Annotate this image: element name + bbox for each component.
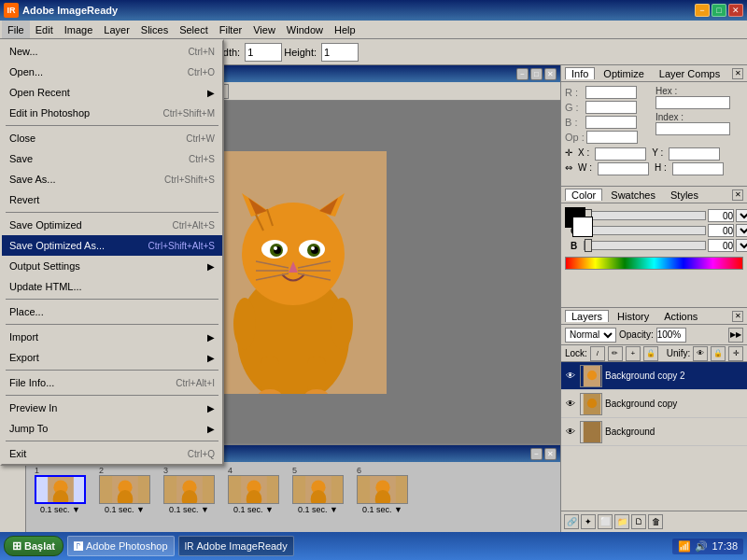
frame-3-time[interactable]: 0.1 sec. ▼ bbox=[169, 505, 209, 514]
menu-export[interactable]: Export ▶ bbox=[2, 347, 222, 368]
b-slider[interactable] bbox=[584, 241, 706, 250]
menu-revert[interactable]: Revert bbox=[2, 189, 222, 210]
frame-5-time[interactable]: 0.1 sec. ▼ bbox=[298, 505, 338, 514]
g-slider[interactable] bbox=[584, 226, 706, 235]
color-spectrum[interactable] bbox=[565, 257, 743, 270]
menu-slices[interactable]: Slices bbox=[135, 21, 174, 38]
close-button[interactable]: ✕ bbox=[728, 4, 743, 17]
start-button[interactable]: ⊞ Başlat bbox=[4, 536, 63, 556]
anim-frame-4[interactable]: 4 0.1 sec. ▼ bbox=[223, 466, 284, 514]
b-dropdown[interactable]: ▼ bbox=[736, 239, 747, 252]
menu-edit-photoshop[interactable]: Edit in Photoshop Ctrl+Shift+M bbox=[2, 103, 222, 123]
tab-color[interactable]: Color bbox=[565, 189, 602, 201]
new-layer-btn[interactable]: 🗋 bbox=[631, 514, 646, 529]
info-panel-close[interactable]: ✕ bbox=[732, 68, 743, 79]
menu-edit[interactable]: Edit bbox=[30, 21, 59, 38]
menu-preview-in[interactable]: Preview In ▶ bbox=[2, 398, 222, 418]
anim-frame-2[interactable]: 2 0.1 sec. ▼ bbox=[94, 466, 155, 514]
layer-bg-copy[interactable]: 👁 Background copy bbox=[561, 390, 747, 418]
frame-1-time[interactable]: 0.1 sec. ▼ bbox=[40, 505, 80, 514]
add-mask-btn[interactable]: ⬜ bbox=[598, 514, 613, 529]
lock-position-btn[interactable]: + bbox=[626, 346, 641, 361]
maximize-button[interactable]: □ bbox=[712, 4, 726, 17]
tab-actions[interactable]: Actions bbox=[657, 310, 704, 323]
menu-select[interactable]: Select bbox=[174, 21, 214, 38]
layer-eye-bg-copy2[interactable]: 👁 bbox=[564, 370, 577, 383]
tab-styles[interactable]: Styles bbox=[664, 189, 705, 202]
menu-file-info[interactable]: File Info... Ctrl+Alt+I bbox=[2, 372, 222, 393]
link-layers-btn[interactable]: 🔗 bbox=[564, 514, 579, 529]
anim-frame-1[interactable]: 1 0.1 sec. ▼ bbox=[30, 466, 91, 514]
menu-update-html[interactable]: Update HTML... bbox=[2, 276, 222, 297]
anim-close-btn[interactable]: ✕ bbox=[544, 448, 557, 460]
r-slider[interactable] bbox=[584, 211, 706, 220]
menu-open[interactable]: Open... Ctrl+O bbox=[2, 62, 222, 82]
menu-file[interactable]: File bbox=[2, 21, 30, 38]
tab-layers[interactable]: Layers bbox=[565, 310, 609, 322]
menu-jump-to[interactable]: Jump To ▶ bbox=[2, 418, 222, 439]
anim-min-btn[interactable]: − bbox=[530, 448, 543, 460]
lock-transparent-btn[interactable]: / bbox=[590, 346, 605, 361]
layer-bg[interactable]: 👁 Background bbox=[561, 418, 747, 446]
anim-frame-3[interactable]: 3 0.1 sec. ▼ bbox=[159, 466, 219, 514]
lock-all-btn[interactable]: 🔒 bbox=[643, 346, 658, 361]
anim-frame-5[interactable]: 5 0.1 sec. ▼ bbox=[288, 466, 348, 514]
bg-swatch[interactable] bbox=[572, 217, 593, 237]
layer-eye-bg[interactable]: 👁 bbox=[564, 426, 577, 439]
b-input[interactable] bbox=[708, 239, 734, 252]
anim-frame-6[interactable]: 6 0.1 sec. ▼ bbox=[352, 466, 413, 514]
menu-save[interactable]: Save Ctrl+S bbox=[2, 148, 222, 169]
menu-open-recent[interactable]: Open Recent ▶ bbox=[2, 82, 222, 103]
menu-place[interactable]: Place... bbox=[2, 301, 222, 322]
menu-new[interactable]: New... Ctrl+N bbox=[2, 41, 222, 62]
color-panel-close[interactable]: ✕ bbox=[732, 189, 743, 201]
minimize-button[interactable]: − bbox=[695, 4, 710, 17]
frame-6-time[interactable]: 0.1 sec. ▼ bbox=[362, 505, 402, 514]
menu-output-settings[interactable]: Output Settings ▶ bbox=[2, 256, 222, 276]
menu-exit[interactable]: Exit Ctrl+Q bbox=[2, 443, 222, 464]
frame-4-time[interactable]: 0.1 sec. ▼ bbox=[233, 505, 274, 514]
menu-filter[interactable]: Filter bbox=[214, 21, 247, 38]
taskbar-imageready[interactable]: IR Adobe ImageReady bbox=[178, 536, 294, 556]
svg-point-13 bbox=[274, 246, 277, 250]
unify-pos-btn[interactable]: ✛ bbox=[728, 346, 743, 361]
height-input[interactable] bbox=[321, 43, 359, 62]
taskbar-photoshop[interactable]: 🅿 Adobe Photoshop bbox=[67, 536, 174, 556]
r-input[interactable] bbox=[708, 209, 734, 222]
tab-swatches[interactable]: Swatches bbox=[604, 189, 662, 202]
menu-image[interactable]: Image bbox=[59, 21, 99, 38]
unify-vis-btn[interactable]: 👁 bbox=[693, 346, 708, 361]
menu-view[interactable]: View bbox=[247, 21, 281, 38]
menu-save-optimized-as[interactable]: Save Optimized As... Ctrl+Shift+Alt+S bbox=[2, 235, 222, 256]
new-group-btn[interactable]: 📁 bbox=[614, 514, 629, 529]
unify-lock-btn[interactable]: 🔒 bbox=[711, 346, 726, 361]
tab-history[interactable]: History bbox=[611, 310, 655, 323]
frame-2-time[interactable]: 0.1 sec. ▼ bbox=[105, 505, 145, 514]
layers-panel-close[interactable]: ✕ bbox=[732, 311, 743, 322]
lock-image-btn[interactable]: ✏ bbox=[608, 346, 623, 361]
tab-layer-comps[interactable]: Layer Comps bbox=[653, 67, 726, 80]
menu-save-as[interactable]: Save As... Ctrl+Shift+S bbox=[2, 169, 222, 189]
menu-layer[interactable]: Layer bbox=[98, 21, 135, 38]
image-close-btn[interactable]: ✕ bbox=[544, 68, 557, 80]
menu-close[interactable]: Close Ctrl+W bbox=[2, 128, 222, 148]
menu-help[interactable]: Help bbox=[329, 21, 361, 38]
image-min-btn[interactable]: − bbox=[516, 68, 529, 80]
layers-options-btn[interactable]: ▶▶ bbox=[728, 328, 743, 343]
layer-effects-btn[interactable]: ✦ bbox=[581, 514, 596, 529]
opacity-input[interactable] bbox=[656, 328, 686, 343]
del-layer-btn[interactable]: 🗑 bbox=[648, 514, 663, 529]
r-dropdown[interactable]: ▼ bbox=[736, 209, 747, 222]
blend-mode-select[interactable]: Normal bbox=[565, 328, 616, 343]
menu-save-optimized[interactable]: Save Optimized Ctrl+Alt+S bbox=[2, 215, 222, 235]
image-max-btn[interactable]: □ bbox=[530, 68, 543, 80]
g-input[interactable] bbox=[708, 224, 734, 237]
layer-bg-copy2[interactable]: 👁 Background copy 2 bbox=[561, 362, 747, 390]
menu-import[interactable]: Import ▶ bbox=[2, 327, 222, 347]
tab-info[interactable]: Info bbox=[565, 67, 595, 79]
g-dropdown[interactable]: ▼ bbox=[736, 224, 747, 237]
layer-eye-bg-copy[interactable]: 👁 bbox=[564, 398, 577, 411]
width-input[interactable] bbox=[245, 43, 282, 62]
menu-window[interactable]: Window bbox=[281, 21, 329, 38]
tab-optimize[interactable]: Optimize bbox=[597, 67, 650, 80]
